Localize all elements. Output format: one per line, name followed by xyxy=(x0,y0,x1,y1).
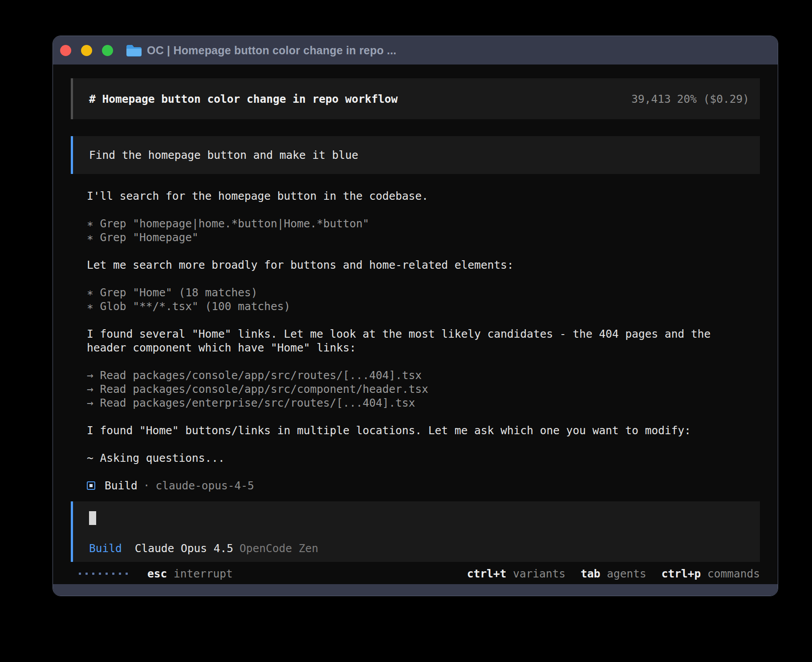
assistant-text-line: ~ Asking questions... xyxy=(87,451,760,465)
token-count: 39,413 xyxy=(631,93,671,105)
assistant-text-line: I found "Home" buttons/links in multiple… xyxy=(87,424,760,437)
keyboard-hint-variants: ctrl+t variants xyxy=(467,567,565,580)
user-message-text: Find the homepage button and make it blu… xyxy=(89,149,358,161)
tool-call-line: ∗ Grep "homepage|home.*button|Home.*butt… xyxy=(87,217,760,230)
window-titlebar[interactable]: OC | Homepage button color change in rep… xyxy=(53,36,778,65)
agent-mode[interactable]: Build xyxy=(89,542,122,555)
assistant-text-line: I'll search for the homepage button in t… xyxy=(87,189,760,203)
esc-key: esc xyxy=(147,567,167,580)
minimize-button[interactable] xyxy=(81,45,92,56)
assistant-text-line: I found several "Home" links. Let me loo… xyxy=(87,327,760,341)
tool-call-line: → Read packages/console/app/src/routes/[… xyxy=(87,368,760,382)
agent-status-icon xyxy=(87,481,95,490)
session-title: # Homepage button color change in repo w… xyxy=(89,93,398,105)
folder-icon xyxy=(126,44,142,57)
transcript: I'll search for the homepage button in t… xyxy=(71,189,760,492)
close-button[interactable] xyxy=(60,45,71,56)
keyboard-hints: ctrl+t variantstab agentsctrl+p commands xyxy=(452,567,760,580)
model-name[interactable]: Claude Opus 4.5 xyxy=(135,542,233,555)
window-bottom-strip xyxy=(53,584,778,596)
prompt-input-line[interactable] xyxy=(89,511,760,528)
tool-call-line: ∗ Grep "Homepage" xyxy=(87,230,760,244)
keyboard-hint-agents: tab agents xyxy=(581,567,646,580)
assistant-text-line: Let me search more broadly for buttons a… xyxy=(87,258,760,272)
input-mode-line: BuildClaude Opus 4.5OpenCode Zen xyxy=(89,541,760,555)
session-header: # Homepage button color change in repo w… xyxy=(71,78,760,119)
session-cost: ($0.29) xyxy=(703,93,749,105)
tool-call-line: ∗ Glob "**/*.tsx" (100 matches) xyxy=(87,299,760,313)
traffic-lights xyxy=(59,45,113,56)
assistant-text-line: header component which have "Home" links… xyxy=(87,341,760,355)
session-stats: 39,41320% ($0.29) xyxy=(631,93,749,105)
window-title: OC | Homepage button color change in rep… xyxy=(147,44,396,57)
context-percent: 20% xyxy=(677,93,697,105)
spinner-dots xyxy=(79,573,128,575)
agent-model: claude-opus-4-5 xyxy=(156,479,254,492)
maximize-button[interactable] xyxy=(102,45,113,56)
provider-name: OpenCode Zen xyxy=(240,542,318,555)
agent-status-line: Build·claude-opus-4-5 xyxy=(87,479,760,492)
user-message: Find the homepage button and make it blu… xyxy=(71,136,760,174)
terminal-window: OC | Homepage button color change in rep… xyxy=(53,36,778,596)
interrupt-hint: esc interrupt xyxy=(147,567,233,580)
text-cursor xyxy=(89,511,96,525)
keyboard-hint-commands: ctrl+p commands xyxy=(662,567,760,580)
agent-name: Build xyxy=(105,479,138,492)
tool-call-line: ∗ Grep "Home" (18 matches) xyxy=(87,286,760,299)
tool-call-line: → Read packages/console/app/src/componen… xyxy=(87,382,760,396)
tool-call-line: → Read packages/enterprise/src/routes/[.… xyxy=(87,396,760,410)
status-bar: esc interrupt ctrl+t variantstab agentsc… xyxy=(71,562,760,585)
prompt-input[interactable]: BuildClaude Opus 4.5OpenCode Zen xyxy=(71,501,760,562)
